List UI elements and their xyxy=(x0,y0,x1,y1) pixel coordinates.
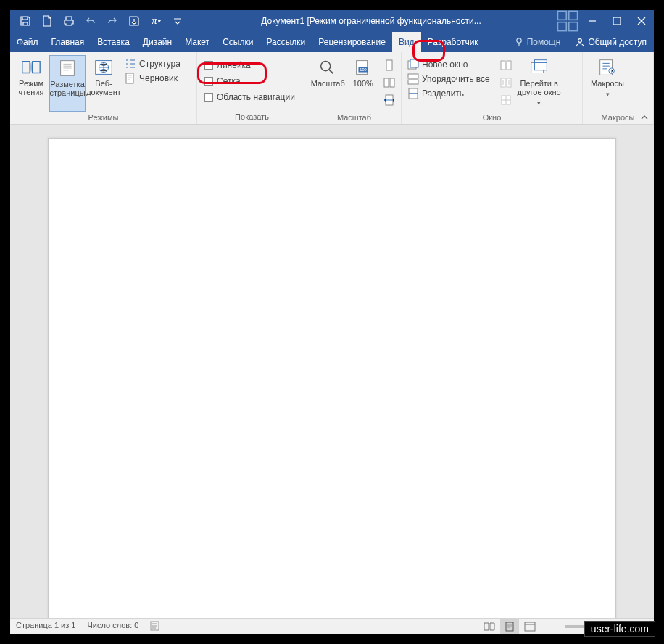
page-indicator[interactable]: Страница 1 из 1 xyxy=(16,621,75,632)
draft-button[interactable]: Черновик xyxy=(122,71,183,86)
zoom-100-button[interactable]: 100 100% xyxy=(346,55,381,112)
tab-mailings[interactable]: Рассылки xyxy=(260,32,312,52)
multi-page-button[interactable] xyxy=(381,75,398,90)
checkbox-icon xyxy=(204,61,213,70)
save-button[interactable] xyxy=(16,12,35,30)
group-modes-label: Режимы xyxy=(10,112,196,124)
svg-rect-30 xyxy=(534,60,547,70)
reset-position-button[interactable] xyxy=(497,93,515,107)
switch-windows-label: Перейти в другое окно xyxy=(516,79,563,96)
read-mode-button[interactable]: Режим чтения xyxy=(13,55,49,112)
checkbox-icon xyxy=(204,77,213,86)
quicksave-button[interactable] xyxy=(125,12,144,30)
print-layout-button[interactable]: Разметка страницы xyxy=(49,55,86,112)
watermark: user-life.com xyxy=(584,621,655,637)
tab-review[interactable]: Рецензирование xyxy=(312,32,392,52)
group-zoom-label: Масштаб xyxy=(307,112,401,124)
svg-rect-1 xyxy=(569,11,578,20)
new-window-button[interactable]: Новое окно xyxy=(404,57,493,72)
split-label: Разделить xyxy=(422,88,464,99)
zoom-button[interactable]: Масштаб xyxy=(310,55,346,112)
collapse-ribbon-button[interactable] xyxy=(639,112,650,123)
read-mode-label: Режим чтения xyxy=(13,79,49,96)
redo-button[interactable] xyxy=(103,12,122,30)
document-area[interactable] xyxy=(10,125,654,618)
new-window-label: Новое окно xyxy=(422,59,468,70)
tell-me-label: Помощн xyxy=(527,37,561,47)
nav-pane-checkbox[interactable]: Область навигации xyxy=(200,89,299,105)
app-window: π▾ Документ1 [Режим ограниченной функцио… xyxy=(10,10,654,634)
print-preview-button[interactable] xyxy=(59,12,78,30)
svg-rect-15 xyxy=(386,60,392,70)
sync-scroll-button[interactable] xyxy=(497,75,515,90)
close-button[interactable] xyxy=(629,10,654,32)
tab-insert[interactable]: Вставка xyxy=(91,32,136,52)
macros-button[interactable]: Макросы ▾ xyxy=(586,55,629,112)
svg-rect-34 xyxy=(506,622,513,631)
chevron-down-icon: ▾ xyxy=(537,99,541,107)
gridlines-checkbox[interactable]: Сетка xyxy=(200,73,299,89)
group-view-modes: Режим чтения Разметка страницы Веб-докум… xyxy=(10,52,197,124)
web-layout-button[interactable]: Веб-документ xyxy=(86,55,122,112)
svg-point-5 xyxy=(516,38,520,43)
tab-view[interactable]: Вид xyxy=(392,32,421,52)
group-show: Линейка Сетка Область навигации Показать xyxy=(197,52,307,124)
tab-design[interactable]: Дизайн xyxy=(136,32,178,52)
read-mode-view-button[interactable] xyxy=(480,619,499,634)
group-window: Новое окно Упорядочить все Разделить Пер… xyxy=(402,52,583,124)
tab-developer[interactable]: Разработчик xyxy=(421,32,485,52)
svg-rect-20 xyxy=(410,59,418,67)
tab-references[interactable]: Ссылки xyxy=(216,32,260,52)
one-page-button[interactable] xyxy=(381,58,398,73)
web-layout-view-button[interactable] xyxy=(520,619,539,634)
svg-rect-35 xyxy=(525,622,535,631)
svg-rect-25 xyxy=(507,61,511,70)
new-button[interactable] xyxy=(38,12,57,30)
tab-home[interactable]: Главная xyxy=(45,32,91,52)
macros-label: Макросы xyxy=(591,79,624,88)
arrange-all-label: Упорядочить все xyxy=(422,74,490,84)
ribbon-tabs: Файл Главная Вставка Дизайн Макет Ссылки… xyxy=(10,32,654,52)
tab-file[interactable]: Файл xyxy=(10,32,45,52)
nav-pane-label: Область навигации xyxy=(217,92,295,102)
ribbon: Режим чтения Разметка страницы Веб-докум… xyxy=(10,52,654,125)
split-button[interactable]: Разделить xyxy=(404,86,493,101)
checkbox-icon xyxy=(204,93,213,102)
proofing-icon[interactable] xyxy=(150,621,162,632)
ruler-checkbox[interactable]: Линейка xyxy=(200,57,299,73)
svg-rect-16 xyxy=(384,78,389,87)
maximize-button[interactable] xyxy=(605,10,629,32)
svg-rect-2 xyxy=(557,22,566,31)
qat-customize-button[interactable] xyxy=(168,12,187,30)
outline-label: Структура xyxy=(139,59,180,69)
minimize-button[interactable] xyxy=(580,10,605,32)
document-page[interactable] xyxy=(48,138,616,618)
zoom-100-label: 100% xyxy=(353,79,373,88)
ruler-label: Линейка xyxy=(217,60,251,70)
tab-layout[interactable]: Макет xyxy=(178,32,216,52)
arrange-all-button[interactable]: Упорядочить все xyxy=(404,72,493,86)
tell-me-button[interactable]: Помощн xyxy=(507,32,568,52)
office-logo-icon xyxy=(555,10,580,32)
zoom-out-button[interactable]: − xyxy=(541,619,560,634)
group-zoom: Масштаб 100 100% Масштаб xyxy=(307,52,402,124)
view-side-by-side-button[interactable] xyxy=(497,58,515,73)
page-width-button[interactable] xyxy=(381,93,398,107)
zoom-label: Масштаб xyxy=(311,79,345,88)
draft-label: Черновик xyxy=(139,73,178,83)
print-layout-view-button[interactable] xyxy=(500,619,519,634)
status-bar: Страница 1 из 1 Число слов: 0 − + xyxy=(10,618,654,634)
svg-rect-0 xyxy=(557,11,566,20)
switch-windows-button[interactable]: Перейти в другое окно ▾ xyxy=(516,55,563,112)
equation-button[interactable]: π▾ xyxy=(146,12,165,30)
svg-rect-24 xyxy=(501,61,505,70)
svg-text:100: 100 xyxy=(360,67,366,72)
word-count[interactable]: Число слов: 0 xyxy=(87,621,138,632)
undo-button[interactable] xyxy=(81,12,100,30)
outline-button[interactable]: Структура xyxy=(122,57,183,71)
share-label: Общий доступ xyxy=(588,37,647,47)
svg-rect-22 xyxy=(408,80,418,84)
svg-rect-17 xyxy=(390,78,394,87)
chevron-down-icon: ▾ xyxy=(606,90,610,99)
share-button[interactable]: Общий доступ xyxy=(568,32,654,52)
